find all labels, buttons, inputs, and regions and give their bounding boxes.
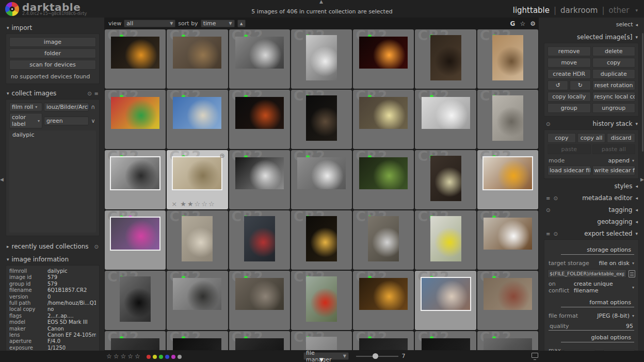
collect-rule-value[interactable]: iouz/Bilder/Archiv/dailypic [44, 103, 89, 111]
thumbnail-cell-forsythia-yellow-flowers[interactable]: CR2 [415, 210, 476, 270]
preferences-gear-icon[interactable]: ⚙ [530, 20, 536, 27]
move-button[interactable]: move [548, 58, 591, 68]
section-header-tagging[interactable]: ⊙tagging◂ [544, 204, 639, 216]
import-section-header[interactable]: ▾ import [6, 22, 100, 34]
overlays-star-icon[interactable]: ☆ [520, 20, 525, 27]
collect-field-select[interactable]: color label▾ [9, 113, 42, 128]
duplicate-button[interactable]: duplicate [592, 69, 636, 79]
history-paste-all-button[interactable]: paste all [592, 144, 636, 154]
thumbnail-cell-clay-bird-figurine[interactable]: CR2 [167, 29, 228, 89]
presets-icon[interactable]: ⊙ [94, 244, 99, 250]
thumbnail-cell-dark-thumbnail[interactable]: CR2 [167, 331, 228, 350]
on-conflict-value[interactable]: create unique filename [574, 281, 630, 294]
top-panel-handle[interactable]: ▲ [319, 0, 323, 4]
thumbnail-cell-smoking-pistol-dark[interactable]: CR2 [229, 90, 290, 149]
reset-rotation-button[interactable]: reset rotation [592, 80, 636, 90]
copy-locally-button[interactable]: copy locally [548, 92, 591, 102]
view-filter-select[interactable]: all ▼ [124, 20, 175, 27]
file-format-value[interactable]: JPEG (8-bit) [597, 312, 630, 319]
history-stack-header[interactable]: ⊙ history stack ▾ [544, 118, 639, 129]
zoom-slider[interactable] [356, 356, 398, 357]
star-filled-icon[interactable]: ★ [180, 200, 186, 208]
presets-icon[interactable]: ⊙ [553, 195, 557, 201]
thumbnail-cell-crocus-flowers[interactable]: CR2 [353, 90, 414, 149]
color-label-dot[interactable] [153, 355, 157, 359]
section-header-metadata-editor[interactable]: ≡⊙metadata editor◂ [544, 192, 639, 204]
display-profile-icon[interactable] [532, 353, 538, 358]
thumbnail-cell-orange-juice-glass[interactable]: CR2 [477, 150, 538, 209]
export-path-input[interactable] [548, 269, 626, 278]
view-tab-darkroom[interactable]: darkroom [560, 6, 598, 15]
thumbnail-cell-candle-lights-bokeh[interactable]: CR2 [291, 210, 352, 270]
thumbnail-cell-deer-head-closeup[interactable]: CR2 [477, 29, 538, 89]
thumbnail-cell-wild-boar-face[interactable]: CR2 [415, 29, 476, 89]
thumbnail-cell-jeans-red-stitching[interactable]: CR2 [229, 210, 290, 270]
left-panel-handle[interactable]: ◀ [0, 177, 4, 182]
presets-icon[interactable]: ⊙ [87, 91, 91, 96]
thumbnail-cell-seashell-in-hands[interactable]: CR2 [415, 271, 476, 330]
collect-rule-option-icon[interactable]: ∩ [90, 104, 96, 110]
thumbnail-cell-fern-leaves[interactable]: CR2 [353, 150, 414, 209]
color-label-dot[interactable] [165, 355, 169, 359]
right-panel-handle[interactable]: ▶ [640, 177, 644, 182]
history-mode-value[interactable]: append [608, 157, 630, 164]
thumbnail-cell-graffiti-wall[interactable]: CR2 [353, 210, 414, 270]
thumbnail-cell-building-facade-bw[interactable]: CR2 [291, 29, 352, 89]
export-selected-header[interactable]: ≡ ⊙ export selected ▾ [544, 227, 639, 239]
thumbnail-cell-candle-in-jar[interactable]: CR2 [353, 271, 414, 330]
sort-select[interactable]: time ▼ [201, 20, 235, 27]
resync-local-copy-button[interactable]: resync local copy [592, 92, 636, 102]
remove-button[interactable]: remove [548, 46, 591, 56]
thumbnail-cell-subway-platform-bw[interactable]: CR2 [229, 150, 290, 209]
thumbnail-cell-cracked-concrete-wall[interactable]: CR2 [477, 90, 538, 149]
thumbnail-cell-palace-portal[interactable]: CR2 [477, 271, 538, 330]
thumbnail-cell-gray-thumbnail[interactable]: CR2 [477, 331, 538, 350]
thumbnail-cell-dark-thumbnail[interactable]: CR2 [105, 331, 166, 350]
write-sidecar-files-button[interactable]: write sidecar files [592, 166, 636, 175]
list-icon[interactable]: ≡ [546, 195, 550, 201]
section-header-geotagging[interactable]: geotagging◂ [544, 216, 639, 227]
color-label-dot[interactable] [178, 355, 182, 359]
thumbnail-cell-cavalier-spaniel-dog[interactable]: CR2 [477, 210, 538, 270]
rotate-ccw-button[interactable]: ↺ [548, 80, 568, 90]
menu-icon[interactable]: ≡ [546, 231, 550, 237]
image-information-header[interactable]: ▾ image information [6, 253, 100, 265]
star-empty-icon[interactable]: ☆ [208, 200, 215, 208]
thumbnail-cell-hand-holding-key-bw[interactable]: CR2 [229, 29, 290, 89]
thumbnail-cell-brick-archway-bw[interactable]: CR2 [105, 271, 166, 330]
thumbnail-cell-bathroom-sink[interactable]: CR2 [415, 90, 476, 149]
group-button[interactable]: group [548, 103, 591, 113]
panel-scrollbar[interactable] [642, 33, 643, 152]
color-label-dot[interactable] [147, 355, 151, 359]
thumbnail-cell-ceramic-pear-in-hand[interactable]: CR2 [415, 150, 476, 209]
history-discard-button[interactable]: discard [607, 133, 635, 143]
thumbnail-cell-stone-arch-bw[interactable]: CR2 [167, 271, 228, 330]
menu-icon[interactable]: ≡ [94, 91, 99, 96]
thumbnail-cell-climbing-holds-colorful[interactable]: CR2 [105, 90, 166, 149]
load-sidecar-file-button[interactable]: load sidecar file [548, 166, 591, 175]
list-item[interactable]: dailypic [9, 130, 96, 139]
view-tab-other[interactable]: other [609, 6, 630, 15]
collect-images-section-header[interactable]: ▾ collect images ⊙ ≡ [6, 87, 100, 99]
collect-field-select[interactable]: film roll▾ [9, 103, 42, 111]
bottom-panel-handle[interactable]: ▼ [319, 357, 324, 362]
rotate-cw-button[interactable]: ↻ [570, 80, 590, 90]
zoom-slider-knob[interactable] [373, 353, 378, 359]
import-image-button[interactable]: image [9, 37, 96, 47]
thumbnail-cell-skateboarder-street-bw[interactable]: CR2 [105, 150, 166, 209]
thumbnail-cell-purple-hair[interactable]: CR2 [105, 210, 166, 270]
history-copy-button[interactable]: copy [548, 133, 576, 143]
section-header-styles[interactable]: styles◂ [544, 180, 639, 192]
select-section-header[interactable]: select ◂ [544, 20, 639, 31]
copy-button[interactable]: copy [592, 58, 636, 68]
history-paste-button[interactable]: paste [548, 144, 591, 154]
selected-images-header[interactable]: selected image[s] ▾ [544, 31, 639, 43]
import-scan-for-devices-button[interactable]: scan for devices [9, 60, 96, 70]
target-storage-value[interactable]: file on disk [599, 260, 630, 267]
rating-stars[interactable]: ★★☆☆☆ [167, 200, 228, 208]
thumbnail-cell-dark-thumbnail[interactable]: CR2 [353, 331, 414, 350]
thumbnail-cell-dark-still-life[interactable]: CR2 [291, 90, 352, 149]
layout-mode-select[interactable]: file manager ▼ [303, 352, 349, 360]
import-folder-button[interactable]: folder [9, 48, 96, 58]
file-browse-icon[interactable] [629, 270, 635, 277]
